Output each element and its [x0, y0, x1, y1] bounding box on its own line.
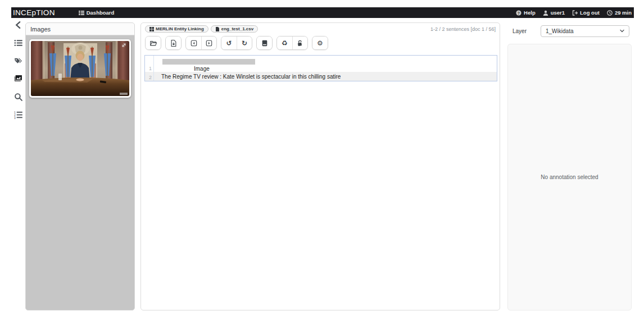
- line-number: 1: [145, 56, 154, 72]
- svg-text:?: ?: [518, 11, 520, 15]
- logout-menu-item[interactable]: Log out: [572, 10, 600, 16]
- project-badge-label: MERLIN Entity Linking: [156, 26, 204, 31]
- file-icon: [215, 27, 220, 31]
- undo-icon: ↺: [226, 40, 232, 47]
- top-navigation-bar: INCEpTION Dashboard ? Help user1: [11, 7, 634, 18]
- ordered-list-icon[interactable]: 123: [14, 110, 23, 119]
- reset-document-button[interactable]: ♻: [277, 36, 292, 49]
- layer-label: Layer: [513, 28, 541, 34]
- guidelines-button[interactable]: [257, 36, 272, 49]
- clock-icon: [607, 10, 613, 16]
- undo-button[interactable]: ↺: [221, 36, 237, 49]
- sentence-editor[interactable]: 1 Image 2 The Regime TV review : Kate Wi…: [144, 55, 497, 81]
- logout-icon: [572, 10, 578, 16]
- dashboard-menu-item[interactable]: Dashboard: [79, 10, 115, 16]
- layer-select[interactable]: 1_Wikidata: [541, 25, 629, 37]
- document-image: [31, 41, 129, 96]
- annotation-toolbar: ↺ ↻ ♻ ⚙: [141, 33, 500, 52]
- app-logo[interactable]: INCEpTION: [11, 8, 55, 17]
- export-document-button[interactable]: [166, 36, 181, 49]
- document-image-thumbnail[interactable]: [29, 39, 131, 98]
- settings-icon: ⚙: [317, 40, 323, 47]
- search-icon[interactable]: [14, 92, 23, 101]
- settings-button[interactable]: ⚙: [312, 36, 328, 49]
- session-time-label: 29 min: [615, 10, 632, 16]
- tags-icon[interactable]: [14, 56, 23, 65]
- toggle-finished-button[interactable]: [292, 36, 307, 49]
- sentence-text[interactable]: The Regime TV review : Kate Winslet is s…: [161, 74, 497, 81]
- chevron-down-icon: [620, 29, 624, 33]
- annotation-span-block[interactable]: [162, 59, 255, 65]
- open-document-button[interactable]: [146, 36, 161, 49]
- dashboard-list-icon: [79, 10, 84, 16]
- prev-document-button[interactable]: [186, 36, 201, 49]
- images-panel-title: Images: [26, 23, 134, 35]
- collapse-chevron-left-icon[interactable]: [14, 20, 23, 29]
- username-label: user1: [551, 10, 565, 16]
- export-document-icon: [170, 40, 177, 47]
- help-icon: ?: [516, 10, 521, 16]
- layer-selector-row: Layer 1_Wikidata: [507, 24, 632, 38]
- images-icon[interactable]: [14, 74, 23, 83]
- prev-document-icon: [191, 40, 197, 47]
- unlock-icon: [297, 40, 303, 47]
- redo-button[interactable]: ↻: [237, 36, 252, 49]
- project-icon: [149, 27, 154, 31]
- layer-select-value: 1_Wikidata: [546, 28, 573, 34]
- logout-label: Log out: [580, 10, 600, 16]
- help-label: Help: [524, 10, 536, 16]
- next-document-icon: [206, 40, 212, 47]
- sentence-row[interactable]: 1 Image: [145, 56, 497, 72]
- annotation-editor-header: MERLIN Entity Linking eng_test_1.csv 1-2…: [141, 23, 500, 33]
- open-document-icon: [150, 40, 157, 47]
- document-badge[interactable]: eng_test_1.csv: [211, 25, 258, 33]
- annotation-detail-panel: No annotation selected: [507, 44, 632, 310]
- project-badge[interactable]: MERLIN Entity Linking: [145, 25, 208, 33]
- line-number: 2: [145, 72, 154, 81]
- sentence-pagination: 1-2 / 2 sentences [doc 1 / 56]: [430, 25, 496, 32]
- sentence-row[interactable]: 2 The Regime TV review : Kate Winslet is…: [145, 72, 497, 81]
- document-badges: MERLIN Entity Linking eng_test_1.csv: [145, 25, 258, 33]
- document-badge-label: eng_test_1.csv: [221, 26, 253, 31]
- left-sidebar-rail: 123: [11, 20, 25, 119]
- inception-annotation-page: INCEpTION Dashboard ? Help user1: [0, 0, 644, 329]
- guidelines-icon: [261, 40, 268, 47]
- reset-icon: ♻: [282, 40, 288, 47]
- next-document-button[interactable]: [201, 36, 216, 49]
- dashboard-label: Dashboard: [87, 10, 115, 16]
- user-icon: [543, 10, 548, 16]
- svg-text:3: 3: [14, 116, 16, 118]
- annotation-editor-panel: MERLIN Entity Linking eng_test_1.csv 1-2…: [140, 22, 500, 310]
- redo-icon: ↻: [242, 40, 247, 47]
- user-menu-item[interactable]: user1: [543, 10, 565, 16]
- session-timer: 29 min: [607, 10, 632, 16]
- topbar-right-menu: ? Help user1 Log out 29 min: [516, 10, 634, 16]
- help-menu-item[interactable]: ? Help: [516, 10, 536, 16]
- no-annotation-message: No annotation selected: [541, 174, 598, 180]
- document-list-icon[interactable]: [14, 38, 23, 47]
- images-panel: Images: [25, 22, 135, 310]
